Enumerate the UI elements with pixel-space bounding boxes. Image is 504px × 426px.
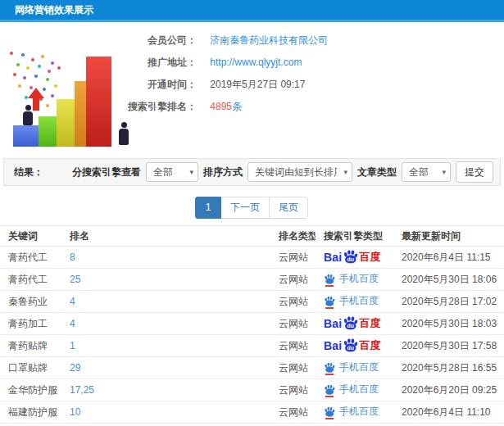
baidu-logo: Bai du 百度 — [324, 249, 380, 265]
member-company-link[interactable]: 济南秦鲁药业科技有限公司 — [210, 34, 328, 46]
page-1-button[interactable]: 1 — [195, 197, 221, 219]
baidu-mobile-paw-icon — [324, 296, 335, 306]
baidu-mobile-paw-icon — [324, 406, 335, 417]
table-row: 膏药加工 4 云网站 Bai du 百度 2020年5月30日 18:03 — [0, 313, 504, 335]
baidu-mobile-logo: 手机百度 — [324, 383, 379, 397]
engine-filter-select[interactable]: 全部 — [146, 162, 198, 182]
col-header-engine-type: 搜索引擎类型 — [316, 226, 393, 247]
updated-cell: 2020年5月30日 18:03 — [393, 313, 504, 335]
baidu-du-text: du — [347, 256, 354, 262]
engine-cell: 手机百度 — [316, 401, 393, 424]
engine-cell: 手机百度 — [316, 269, 393, 291]
rank-type-cell: 云网站 — [270, 313, 316, 335]
rank-link[interactable]: 25 — [70, 274, 80, 285]
baidu-mobile-label: 手机百度 — [339, 294, 379, 308]
sort-filter-select[interactable]: 关键词由短到长排序 — [247, 162, 352, 182]
updated-cell: 2020年5月30日 18:06 — [393, 269, 504, 291]
baidu-mobile-logo: 手机百度 — [324, 405, 379, 419]
engine-cell: 手机百度 — [316, 424, 393, 426]
engine-cell: Bai du 百度 — [316, 247, 393, 269]
baidu-bai-text: Bai — [324, 317, 342, 330]
table-row: 口罩贴牌 29 云网站 手机百度 2020年5月28日 16:55 — [0, 357, 504, 379]
rank-type-cell — [270, 424, 316, 426]
pagination: 1下一页尾页 — [0, 197, 504, 219]
table-row: 膏药代工 25 云网站 手机百度 2020年5月30日 18:06 — [0, 269, 504, 291]
businessman-figure-left — [22, 105, 34, 125]
keyword-cell: 膏药加工 — [0, 313, 61, 335]
keyword-cell: 秦鲁药业 — [0, 291, 61, 313]
rank-link[interactable]: 29 — [70, 362, 80, 374]
rank-link[interactable]: 17,25 — [70, 384, 94, 396]
engine-filter-label: 分搜索引擎查看 — [72, 165, 141, 179]
rank-link[interactable]: 8 — [70, 252, 75, 263]
updated-cell: 2020年5月28日 16:55 — [393, 357, 504, 379]
engine-cell: 手机百度 — [316, 291, 393, 313]
updated-cell: 2020年5月30日 17:58 — [393, 335, 504, 357]
baidu-mobile-label: 手机百度 — [339, 272, 379, 286]
engine-cell: Bai du 百度 — [316, 313, 393, 335]
baidu-paw-icon: du — [343, 315, 358, 330]
baidu-mobile-paw-icon — [324, 362, 335, 373]
keyword-cell: 膏药贴牌 — [0, 335, 61, 357]
sort-filter-label: 排序方式 — [203, 165, 243, 179]
baidu-mobile-paw-icon — [324, 274, 335, 284]
rank-type-cell: 云网站 — [270, 401, 316, 424]
filter-controls: 分搜索引擎查看 全部 排序方式 关键词由短到长排序 文章类型 全部 提交 — [72, 161, 493, 183]
results-filter-bar: 结果： 分搜索引擎查看 全部 排序方式 关键词由短到长排序 文章类型 全部 提交 — [3, 158, 501, 186]
rank-type-cell: 云网站 — [270, 291, 316, 313]
baidu-mobile-label: 手机百度 — [339, 383, 379, 397]
engine-filter-select-wrap: 全部 — [146, 162, 198, 182]
baidu-mobile-label: 手机百度 — [339, 405, 379, 419]
marketing-report-page: { "header": { "title": "网络营销效果展示" }, "in… — [0, 0, 504, 426]
keyword-cell: 福建防护服 — [0, 401, 61, 424]
baidu-hanzi-text: 百度 — [359, 316, 380, 331]
keyword-cell — [0, 424, 61, 426]
engine-rank-count-value: 4895 — [210, 101, 232, 112]
rank-link[interactable]: 10 — [70, 406, 80, 418]
promo-url-link[interactable]: http://www.qlyyjt.com — [210, 57, 302, 68]
baidu-mobile-paw-icon — [324, 384, 335, 395]
page-title: 网络营销效果展示 — [0, 0, 504, 20]
updated-cell: 2020年6月20日 09:25 — [393, 379, 504, 401]
baidu-paw-icon: du — [343, 338, 358, 352]
table-row: 膏药贴牌 1 云网站 Bai du 百度 2020年5月30日 17:58 — [0, 335, 504, 357]
baidu-mobile-logo: 手机百度 — [324, 360, 379, 374]
table-row: 膏药代工 8 云网站 Bai du 百度 2020年6月4日 11:15 — [0, 247, 504, 269]
baidu-logo: Bai du 百度 — [324, 338, 380, 354]
baidu-du-text: du — [347, 323, 354, 329]
rank-type-cell: 云网站 — [270, 269, 316, 291]
rank-link[interactable]: 4 — [70, 318, 75, 329]
baidu-hanzi-text: 百度 — [359, 338, 380, 353]
keyword-cell: 膏药代工 — [0, 269, 61, 291]
member-info-section: 会员公司： 济南秦鲁药业科技有限公司 推广地址： http://www.qlyy… — [0, 22, 504, 153]
article-type-select[interactable]: 全部 — [402, 162, 451, 182]
baidu-mobile-logo: 手机百度 — [324, 272, 379, 286]
table-row: 福建防护服 10 云网站 手机百度 2020年6月4日 11:10 — [0, 401, 504, 424]
keyword-cell: 金华防护服 — [0, 379, 61, 401]
illustration-bar-blue — [13, 125, 39, 147]
keyword-cell: 口罩贴牌 — [0, 357, 61, 379]
next-page-button[interactable]: 下一页 — [220, 197, 270, 219]
results-table-head: 关键词 排名 排名类型 搜索引擎类型 最新更新时间 — [0, 226, 504, 247]
rank-link[interactable]: 4 — [70, 296, 75, 307]
table-row: 金华防护服 17,25 云网站 手机百度 2020年6月20日 09:25 — [0, 379, 504, 401]
results-section-label: 结果： — [14, 165, 43, 179]
rank-link[interactable]: 1 — [70, 340, 75, 351]
rank-type-cell: 云网站 — [270, 335, 316, 357]
table-row: 手机百度 — [0, 424, 504, 426]
col-header-keyword: 关键词 — [0, 226, 61, 247]
updated-cell: 2020年6月4日 11:10 — [393, 401, 504, 424]
rank-type-cell: 云网站 — [270, 357, 316, 379]
sort-filter-select-wrap: 关键词由短到长排序 — [247, 162, 352, 182]
last-page-button[interactable]: 尾页 — [269, 197, 308, 219]
baidu-hanzi-text: 百度 — [359, 250, 380, 265]
engine-cell: 手机百度 — [316, 379, 393, 401]
updated-cell: 2020年5月28日 17:02 — [393, 291, 504, 313]
table-row: 秦鲁药业 4 云网站 手机百度 2020年5月28日 17:02 — [0, 291, 504, 313]
illustration-bar-red — [86, 57, 111, 147]
article-type-select-wrap: 全部 — [402, 162, 451, 182]
submit-button[interactable]: 提交 — [456, 161, 493, 183]
engine-rank-count-unit: 条 — [232, 101, 242, 112]
baidu-logo: Bai du 百度 — [324, 315, 380, 332]
article-type-filter-label: 文章类型 — [357, 165, 397, 179]
